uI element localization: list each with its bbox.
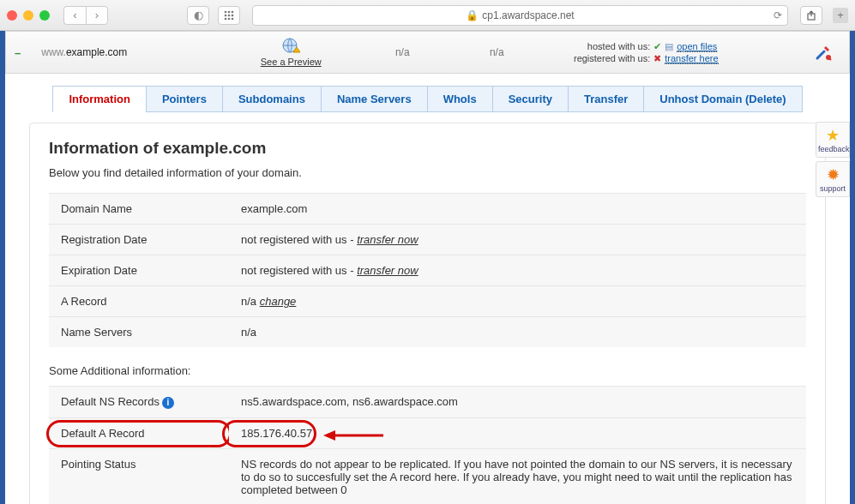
collapse-toggle[interactable]: – [6,46,29,59]
row-expiration-date: Expiration Date not registered with us -… [49,255,806,286]
page-body: – www.example.com See a Preview n/a n/a … [0,31,855,504]
info-table: Domain Name example.com Registration Dat… [49,193,806,347]
lbl-domain-name: Domain Name [49,194,229,225]
domain-prefix: www. [41,46,66,58]
transfer-now-link-1[interactable]: transfer now [357,233,418,246]
lbl-exp-date: Expiration Date [49,255,229,286]
additional-heading: Some Additional information: [30,359,825,386]
val-name-servers: n/a [229,317,806,348]
support-widget[interactable]: ✹ support [816,161,850,197]
preview-link[interactable]: See a Preview [261,57,322,67]
check-icon: ✔ [653,41,661,52]
row-default-ns: Default NS Recordsi ns5.awardspace.com, … [49,387,806,418]
row-name-servers: Name Servers n/a [49,317,806,348]
hosted-label: hosted with us: [556,41,650,51]
side-widgets: ★ feedback ✹ support [816,122,850,201]
info-icon[interactable]: i [162,397,174,409]
change-a-record-link[interactable]: change [260,295,297,308]
page-subtitle: Below you find detailed information of y… [30,166,825,193]
additional-table: Default NS Recordsi ns5.awardspace.com, … [49,386,806,504]
preview-cell: See a Preview [226,32,355,73]
close-window-icon[interactable] [7,10,17,21]
url-text: cp1.awardspace.net [482,9,574,21]
tab-pointers[interactable]: Pointers [146,86,223,112]
reader-button[interactable]: ◐ [187,6,209,25]
val-reg-date: not registered with us - transfer now [229,225,806,255]
val-domain-name: example.com [229,194,806,225]
col-na-1: n/a [355,41,449,63]
svg-point-4 [228,14,231,16]
svg-point-0 [225,10,227,13]
col-na-2: n/a [449,41,544,63]
zoom-window-icon[interactable] [39,10,50,21]
val-a-record: n/a change [229,286,806,317]
row-a-record: A Record n/a change [49,286,806,317]
url-bar[interactable]: 🔒 cp1.awardspace.net ⟳ [252,5,788,26]
svg-point-1 [228,10,231,13]
open-files-link[interactable]: open files [677,41,717,52]
file-icon: ▤ [665,41,673,52]
tab-subdomains[interactable]: Subdomains [222,86,322,112]
val-pointing: NS records do not appear to be replicate… [229,448,806,504]
svg-point-8 [232,17,234,20]
domain-name: example.com [66,46,127,58]
registered-label: registered with us: [556,53,650,63]
apps-button[interactable] [218,6,240,25]
window-controls [7,10,50,21]
transfer-now-link-2[interactable]: transfer now [357,264,418,277]
share-button[interactable] [800,6,822,25]
lbl-a-record: A Record [49,286,229,317]
forward-button[interactable]: › [86,6,108,25]
tab-whois[interactable]: WhoIs [427,86,493,112]
svg-point-7 [228,17,231,20]
transfer-here-link[interactable]: transfer here [665,53,718,64]
lifebuoy-icon: ✹ [818,165,847,184]
arrow-icon [323,429,383,441]
host-status-cell: hosted with us: ✔ ▤ open files registere… [544,35,798,70]
svg-marker-14 [323,430,335,441]
lbl-name-servers: Name Servers [49,317,229,348]
tab-bar: Information Pointers Subdomains Name Ser… [5,86,850,112]
svg-point-6 [225,17,227,20]
val-default-ns: ns5.awardspace.com, ns6.awardspace.com [229,387,806,418]
domain-bar: – www.example.com See a Preview n/a n/a … [5,31,850,74]
minimize-window-icon[interactable] [23,10,33,21]
nav-buttons: ‹ › [63,6,108,25]
browser-chrome: ‹ › ◐ 🔒 cp1.awardspace.net ⟳ + [0,0,855,31]
tab-information[interactable]: Information [52,86,147,112]
row-pointing-status: Pointing Status NS records do not appear… [49,448,806,504]
val-exp-date: not registered with us - transfer now [229,255,806,286]
lbl-default-a: Default A Record [49,417,229,448]
svg-point-2 [232,10,234,13]
val-default-a: 185.176.40.57 [229,417,806,448]
new-tab-button[interactable]: + [833,8,848,23]
svg-point-3 [225,14,227,16]
row-registration-date: Registration Date not registered with us… [49,225,806,255]
x-icon: ✖ [653,53,661,64]
tab-unhost[interactable]: Unhost Domain (Delete) [643,86,802,112]
feedback-widget[interactable]: ★ feedback [816,122,850,158]
page-title: Information of example.com [30,139,825,166]
content-card: Information of example.com Below you fin… [29,123,826,504]
lbl-pointing: Pointing Status [49,448,229,504]
tools-icon [814,43,833,62]
domain-name-cell: www.example.com [29,41,226,63]
lock-icon: 🔒 [466,9,479,21]
globe-icon [238,37,343,56]
lbl-default-ns: Default NS Recordsi [49,387,229,418]
tab-transfer[interactable]: Transfer [568,86,644,112]
row-default-a-record: Default A Record 185.176.40.57 [49,417,806,448]
star-icon: ★ [818,126,847,145]
lbl-reg-date: Registration Date [49,225,229,255]
tools-cell[interactable] [798,38,849,67]
reload-icon[interactable]: ⟳ [774,9,782,21]
row-domain-name: Domain Name example.com [49,194,806,225]
svg-point-5 [232,14,234,16]
tab-name-servers[interactable]: Name Servers [321,86,428,112]
back-button[interactable]: ‹ [63,6,86,25]
tab-security[interactable]: Security [492,86,569,112]
